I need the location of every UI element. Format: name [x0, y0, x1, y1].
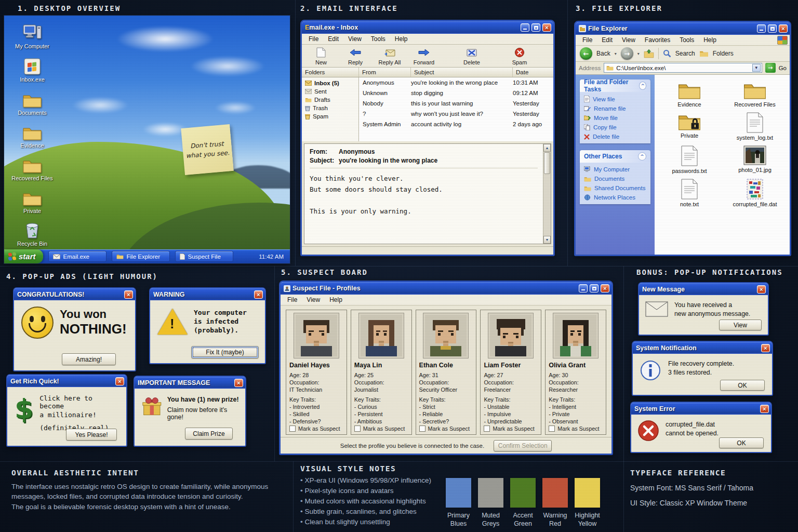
mark-as-suspect-row[interactable]: Mark as Suspect	[289, 425, 343, 432]
desktop-icon-inbox-exe[interactable]: Inbox.exe	[14, 56, 51, 83]
close-button[interactable]: ×	[542, 23, 551, 32]
desktop-icon-recovered-files[interactable]: Recovered Files	[14, 155, 51, 181]
tasks-box-header[interactable]: File and Folder Tasks ^	[580, 79, 650, 92]
suspect-card-olivia[interactable]: Olivia Grant Age: 30 Occupation: Researc…	[545, 310, 606, 435]
chevron-up-icon[interactable]: ^	[638, 152, 646, 161]
task-view-file[interactable]: View file	[584, 96, 646, 102]
menu-view[interactable]: View	[343, 34, 366, 44]
file-evidence[interactable]: Evidence	[657, 81, 722, 108]
address-input[interactable]: C:\User\Inbox.exe\ ▼	[604, 63, 762, 73]
mark-checkbox[interactable]	[419, 425, 425, 432]
taskbar-button-explorer[interactable]: File Explorer	[112, 251, 170, 262]
scroll-thumb[interactable]	[544, 152, 550, 174]
forward-button[interactable]: →	[621, 47, 633, 60]
confirm-selection-button[interactable]: Confirm Selection	[494, 440, 552, 451]
ok-button[interactable]: OK	[719, 437, 764, 448]
suspect-card-maya[interactable]: Maya Lin Age: 25 Occupation: Journalist …	[351, 310, 412, 435]
minimize-button[interactable]	[521, 23, 529, 32]
file-photo[interactable]: photo_01.jpg	[722, 145, 788, 174]
address-dropdown-icon[interactable]: ▼	[752, 64, 761, 72]
back-button[interactable]: ←	[580, 47, 592, 60]
folder-drafts[interactable]: Drafts	[302, 96, 358, 104]
folder-sent[interactable]: Sent	[302, 87, 358, 96]
menu-tools[interactable]: Tools	[675, 35, 699, 45]
ok-button[interactable]: OK	[720, 380, 765, 391]
start-button[interactable]: start	[4, 249, 43, 263]
suspect-card-daniel[interactable]: Daniel Hayes Age: 28 Occupation: IT Tech…	[286, 310, 347, 435]
mark-checkbox[interactable]	[484, 425, 490, 432]
desktop-icon-recycle-bin[interactable]: Recycle Bin	[14, 220, 51, 247]
from-column-header[interactable]: From	[359, 68, 411, 77]
maximize-button[interactable]	[590, 284, 598, 292]
menu-help[interactable]: Help	[699, 35, 721, 45]
menu-edit[interactable]: Edit	[597, 35, 617, 45]
mark-as-suspect-row[interactable]: Mark as Suspect	[484, 425, 538, 432]
go-button-icon[interactable]: →	[765, 63, 776, 73]
menu-tools[interactable]: Tools	[366, 34, 390, 44]
up-folder-icon[interactable]	[644, 49, 654, 58]
close-button[interactable]: ×	[760, 405, 769, 413]
task-copy-file[interactable]: Copy file	[584, 124, 646, 130]
close-button[interactable]: ×	[254, 290, 263, 299]
search-label[interactable]: Search	[675, 50, 695, 57]
close-button[interactable]: ×	[779, 24, 788, 33]
close-button[interactable]: ×	[115, 377, 124, 385]
claim-prize-button[interactable]: Claim Prize	[185, 428, 233, 440]
file-recovered-files[interactable]: Recovered Files	[722, 81, 788, 108]
close-button[interactable]: ×	[601, 284, 609, 292]
desktop-icon-evidence[interactable]: Evidence	[14, 122, 51, 149]
place-my-computer[interactable]: My Computer	[584, 166, 646, 172]
message-row[interactable]: Unknown stop digging 09:12 AM	[359, 88, 553, 98]
minimize-button[interactable]	[757, 24, 766, 33]
task-delete-file[interactable]: Delete file	[584, 134, 646, 140]
close-button[interactable]: ×	[124, 290, 133, 299]
delete-button[interactable]: Delete	[456, 47, 488, 65]
chevron-up-icon[interactable]: ^	[639, 82, 646, 90]
message-row[interactable]: System Admin account activity log 2 days…	[359, 119, 553, 129]
menu-favorites[interactable]: Favorites	[640, 35, 675, 45]
mark-as-suspect-row[interactable]: Mark as Suspect	[419, 425, 473, 432]
spam-button[interactable]: Spam	[503, 47, 536, 65]
menu-view[interactable]: View	[302, 295, 325, 305]
folders-view-icon[interactable]	[699, 50, 709, 57]
folders-label[interactable]: Folders	[713, 50, 734, 57]
suspect-card-ethan[interactable]: Ethan Cole Age: 31 Occupation: Security …	[416, 310, 477, 435]
scroll-down-icon[interactable]: ▼	[543, 236, 551, 244]
desktop-icon-private[interactable]: Private	[14, 188, 51, 214]
message-row[interactable]: ? why won't you just leave it? Yesterday	[359, 109, 553, 119]
folder-inbox[interactable]: Inbox (5)	[302, 79, 358, 87]
message-row[interactable]: Nobody this is your last warning Yesterd…	[359, 98, 553, 109]
back-dropdown-icon[interactable]: ▾	[615, 51, 617, 56]
close-button[interactable]: ×	[234, 379, 243, 387]
menu-help[interactable]: Help	[390, 34, 413, 44]
go-label[interactable]: Go	[779, 65, 787, 71]
date-column-header[interactable]: Date	[513, 68, 553, 77]
maximize-button[interactable]	[768, 24, 777, 33]
file-passwords[interactable]: passwords.txt	[657, 145, 722, 174]
forward-dropdown-icon[interactable]: ▾	[637, 51, 640, 56]
mark-checkbox[interactable]	[549, 425, 555, 432]
mark-checkbox[interactable]	[354, 425, 361, 432]
reply-all-button[interactable]: Reply All	[374, 47, 406, 65]
scrollbar[interactable]: ▲ ▼	[543, 144, 551, 244]
suspect-card-liam[interactable]: Liam Foster Age: 27 Occupation: Freelanc…	[480, 310, 541, 435]
close-button[interactable]: ×	[757, 285, 766, 294]
desktop-icon-documents[interactable]: Documents	[14, 89, 51, 116]
menu-file[interactable]: File	[578, 35, 597, 45]
desktop-icon-my-computer[interactable]: My Computer	[14, 23, 51, 49]
message-row[interactable]: Anonymous you're looking in the wrong pl…	[359, 77, 553, 88]
mark-as-suspect-row[interactable]: Mark as Suspect	[549, 425, 603, 432]
task-rename-file[interactable]: Rename file	[584, 105, 646, 112]
menu-file[interactable]: File	[283, 295, 302, 305]
yes-please-button[interactable]: Yes Please!	[66, 429, 117, 441]
places-box-header[interactable]: Other Places ^	[580, 150, 650, 163]
close-button[interactable]: ×	[761, 344, 770, 352]
view-button[interactable]: View	[719, 320, 762, 330]
new-button[interactable]: New	[305, 47, 337, 65]
file-corrupted[interactable]: corrupted_file.dat	[722, 179, 788, 207]
place-documents[interactable]: Documents	[584, 176, 646, 182]
subject-column-header[interactable]: Subject	[411, 68, 513, 77]
file-system-log[interactable]: system_log.txt	[722, 112, 788, 141]
menu-help[interactable]: Help	[325, 295, 347, 305]
place-shared-documents[interactable]: Shared Documents	[584, 185, 646, 191]
